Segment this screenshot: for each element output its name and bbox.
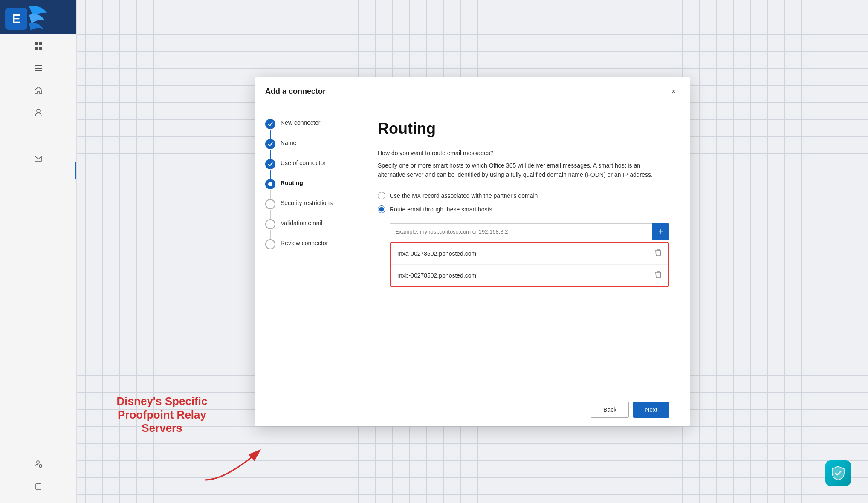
content-heading: Routing	[378, 120, 669, 138]
step-circle-review	[265, 239, 275, 249]
step-new-connector[interactable]: New connector	[265, 118, 347, 138]
step-review[interactable]: Review connector	[265, 238, 347, 258]
step-label-security: Security restrictions	[281, 198, 333, 218]
wizard-steps: New connector Name	[255, 104, 357, 393]
content-area: Routing How do you want to route email m…	[357, 104, 690, 393]
step-circle-validation	[265, 219, 275, 229]
sidebar-icon-grid[interactable]	[0, 36, 76, 56]
sidebar-icon-home[interactable]	[0, 80, 76, 101]
smart-host-input[interactable]	[390, 223, 652, 240]
step-label-review: Review connector	[281, 238, 328, 258]
step-label-new-connector: New connector	[281, 118, 320, 138]
smart-host-entry-1: mxa-00278502.pphosted.com	[391, 243, 668, 265]
svg-point-9	[37, 109, 40, 113]
svg-rect-4	[35, 47, 38, 50]
annotation-wrapper: Disney's Specific Proofpoint Relay Serve…	[115, 395, 209, 435]
add-smart-host-button[interactable]: +	[652, 223, 669, 240]
step-name[interactable]: Name	[265, 138, 347, 158]
dialog: Add a connector × New connector	[255, 77, 690, 426]
dialog-body: New connector Name	[255, 104, 690, 393]
radio-mx-record[interactable]: Use the MX record associated with the pa…	[378, 192, 669, 199]
sidebar-icon-box[interactable]	[0, 476, 76, 496]
delete-smart-host-1[interactable]	[655, 249, 662, 258]
content-question: How do you want to route email messages?	[378, 150, 669, 156]
smart-hosts-container: + mxa-00278502.pphosted.com	[390, 223, 669, 287]
step-circle-routing	[265, 179, 275, 189]
radio-input-mx[interactable]	[378, 192, 385, 199]
main-area: Add a connector × New connector	[77, 0, 868, 503]
content-description: Specify one or more smart hosts to which…	[378, 161, 668, 180]
step-label-use-connector: Use of connector	[281, 158, 326, 178]
svg-rect-8	[35, 70, 42, 71]
annotation-text: Disney's Specific Proofpoint Relay Serve…	[115, 395, 209, 435]
svg-rect-7	[35, 68, 42, 69]
svg-rect-6	[35, 65, 42, 66]
smart-host-input-row: +	[390, 223, 669, 240]
dialog-header: Add a connector ×	[255, 77, 690, 104]
step-use-connector[interactable]: Use of connector	[265, 158, 347, 178]
step-validation[interactable]: Validation email	[265, 218, 347, 238]
svg-point-12	[39, 465, 42, 467]
shield-badge	[825, 460, 851, 486]
smart-host-name-2: mxb-00278502.pphosted.com	[397, 272, 476, 279]
annotation-arrow	[200, 442, 269, 484]
sidebar-icon-person[interactable]	[0, 102, 76, 123]
sidebar-active-bar	[75, 162, 76, 179]
next-button[interactable]: Next	[633, 402, 669, 418]
bottom-right-badge	[825, 460, 851, 486]
smart-host-name-1: mxa-00278502.pphosted.com	[397, 250, 476, 257]
step-routing[interactable]: Routing	[265, 178, 347, 198]
radio-input-smart-hosts[interactable]	[378, 205, 385, 213]
sidebar-icon-mail[interactable]	[0, 148, 76, 169]
svg-rect-13	[36, 484, 41, 489]
radio-label-smart-hosts: Route email through these smart hosts	[390, 206, 492, 213]
sidebar-icon-admin[interactable]	[0, 454, 76, 474]
step-label-validation: Validation email	[281, 218, 322, 238]
sidebar	[0, 0, 77, 503]
step-label-name: Name	[281, 138, 296, 158]
step-circle-use-connector	[265, 159, 275, 169]
svg-rect-3	[39, 42, 42, 45]
dialog-footer: Back Next	[357, 393, 690, 426]
svg-text:E: E	[12, 12, 20, 26]
close-button[interactable]: ×	[668, 85, 680, 97]
svg-rect-5	[39, 47, 42, 50]
sidebar-icon-menu[interactable]	[0, 58, 76, 78]
smart-host-entries: mxa-00278502.pphosted.com mxb-00278502.p…	[390, 242, 669, 287]
smart-host-entry-2: mxb-00278502.pphosted.com	[391, 265, 668, 286]
svg-point-11	[37, 461, 39, 463]
app-logo-container: E	[4, 4, 47, 36]
step-circle-name	[265, 139, 275, 149]
step-circle-new-connector	[265, 119, 275, 129]
svg-rect-2	[35, 42, 38, 45]
back-button[interactable]: Back	[591, 402, 629, 418]
delete-smart-host-2[interactable]	[655, 271, 662, 280]
dialog-title: Add a connector	[265, 87, 326, 96]
radio-smart-hosts[interactable]: Route email through these smart hosts	[378, 205, 669, 213]
step-label-routing: Routing	[281, 178, 303, 198]
step-security[interactable]: Security restrictions	[265, 198, 347, 218]
radio-label-mx: Use the MX record associated with the pa…	[390, 192, 538, 199]
step-circle-security	[265, 199, 275, 209]
